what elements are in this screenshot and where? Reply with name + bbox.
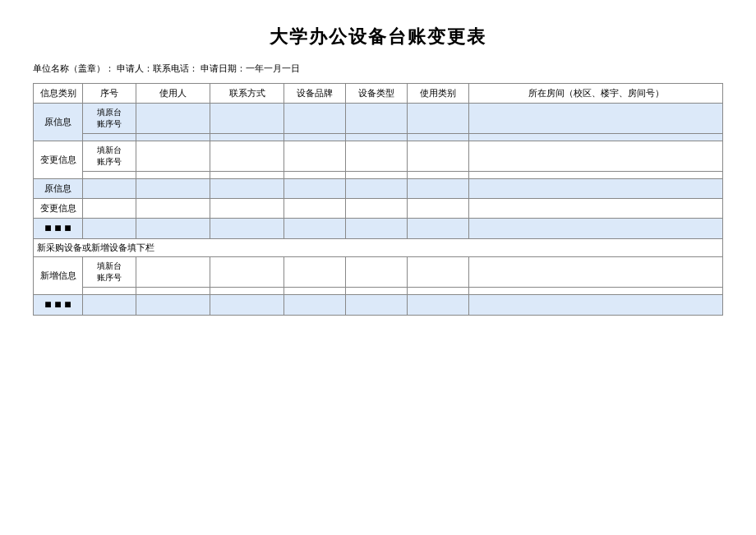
table-row: 原信息 填原台账序号 bbox=[34, 104, 723, 134]
col-header-seq: 序号 bbox=[83, 84, 136, 104]
main-table: 信息类别 序号 使用人 联系方式 设备品牌 设备类型 使用类别 所在房间（校区、… bbox=[33, 83, 723, 316]
dots-cell: ■ ■ ■ bbox=[34, 219, 83, 239]
table-row bbox=[34, 288, 723, 295]
table-row bbox=[34, 134, 723, 141]
table-row: ■ ■ ■ bbox=[34, 295, 723, 316]
new-section-row: 新采购设备或新增设备填下栏 bbox=[34, 239, 723, 257]
col-header-brand: 设备品牌 bbox=[284, 84, 346, 104]
seq-note: 填原台账序号 bbox=[83, 104, 136, 134]
new-section-label: 新采购设备或新增设备填下栏 bbox=[34, 239, 723, 257]
col-header-category: 设备类型 bbox=[346, 84, 408, 104]
table-row: 原信息 bbox=[34, 179, 723, 199]
col-header-usage: 使用类别 bbox=[408, 84, 469, 104]
seq-note: 填新台账序号 bbox=[83, 257, 136, 288]
subtitle: 单位名称（盖章）： 申请人：联系电话： 申请日期：一年一月一日 bbox=[33, 62, 723, 75]
row-type: 原信息 bbox=[34, 104, 83, 141]
table-row: 变更信息 填新台账序号 bbox=[34, 141, 723, 172]
seq-note: 填新台账序号 bbox=[83, 141, 136, 172]
col-header-user: 使用人 bbox=[136, 84, 210, 104]
table-row: 变更信息 bbox=[34, 199, 723, 219]
col-header-room: 所在房间（校区、楼宇、房间号） bbox=[469, 84, 723, 104]
table-row bbox=[34, 172, 723, 179]
table-row: ■ ■ ■ bbox=[34, 219, 723, 239]
dots-cell: ■ ■ ■ bbox=[34, 295, 83, 316]
row-type: 变更信息 bbox=[34, 199, 83, 219]
col-header-contact: 联系方式 bbox=[210, 84, 284, 104]
table-row: 新增信息 填新台账序号 bbox=[34, 257, 723, 288]
row-type: 新增信息 bbox=[34, 257, 83, 295]
row-type: 原信息 bbox=[34, 179, 83, 199]
row-type: 变更信息 bbox=[34, 141, 83, 179]
col-header-type: 信息类别 bbox=[34, 84, 83, 104]
page-title: 大学办公设备台账变更表 bbox=[33, 25, 723, 49]
